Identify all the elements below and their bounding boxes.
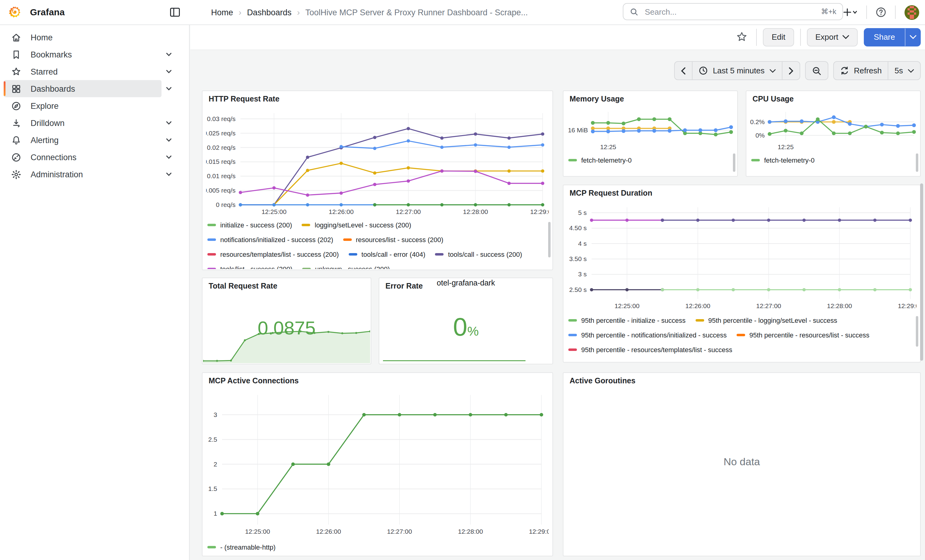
chart-legend: initialize - success (200)logging/setLev… — [207, 221, 546, 269]
svg-text:1: 1 — [214, 510, 217, 517]
stat-value: 0% — [379, 312, 553, 342]
panel-title[interactable]: Total Request Rate — [209, 282, 277, 290]
legend-item[interactable]: 95th percentile - logging/setLevel - suc… — [695, 316, 837, 324]
svg-text:12:25: 12:25 — [777, 143, 794, 150]
help-button[interactable] — [873, 4, 889, 21]
chevron-down-icon[interactable] — [165, 119, 173, 126]
legend-item[interactable]: 95th percentile - initialize - success — [568, 316, 685, 324]
sidebar-item-explore[interactable]: Explore — [4, 97, 161, 114]
chevron-down-icon — [909, 35, 916, 39]
breadcrumb-dashboards[interactable]: Dashboards — [247, 8, 292, 17]
legend-item[interactable]: notifications/initialized - success (202… — [207, 236, 333, 244]
svg-text:0%: 0% — [756, 132, 765, 139]
chevron-down-icon[interactable] — [165, 85, 173, 92]
panel-active-goroutines: Active Goroutines No data — [563, 372, 921, 556]
panel-http-request-rate: HTTP Request Rate 12:25:0012:26:0012:27:… — [202, 90, 553, 270]
legend-item[interactable]: 95th percentile - resources/list - succe… — [737, 331, 870, 339]
svg-text:12:28:00: 12:28:00 — [458, 528, 483, 535]
legend-scrollbar[interactable] — [916, 316, 918, 347]
sidebar-collapse-icon[interactable] — [169, 6, 181, 18]
brand-name: Grafana — [30, 7, 65, 17]
share-menu-button[interactable] — [905, 28, 921, 46]
compass-icon — [11, 101, 21, 111]
chevron-down-icon[interactable] — [165, 136, 173, 144]
legend-label: 95th percentile - logging/setLevel - suc… — [708, 317, 837, 324]
sidebar-item-administration[interactable]: Administration — [4, 166, 161, 183]
legend-item[interactable]: fetch-telemetry-0 — [568, 156, 632, 164]
time-back-button[interactable] — [674, 61, 693, 80]
search-field[interactable] — [643, 6, 816, 17]
legend-item[interactable]: tools/call - error (404) — [349, 250, 425, 258]
chevron-down-icon[interactable] — [165, 171, 173, 178]
legend-item[interactable]: resources/templates/list - success (200) — [207, 250, 339, 258]
panel-title[interactable]: CPU Usage — [752, 95, 794, 103]
legend-scrollbar[interactable] — [916, 153, 918, 172]
svg-text:16 MiB: 16 MiB — [568, 126, 588, 134]
panel-title[interactable]: HTTP Request Rate — [209, 95, 280, 103]
error-rate-sparkline — [383, 356, 526, 362]
avatar[interactable] — [902, 4, 922, 21]
chevron-down-icon[interactable] — [165, 51, 173, 58]
svg-text:0.005 req/s: 0.005 req/s — [206, 187, 235, 194]
refresh-button[interactable]: Refresh — [833, 61, 888, 80]
legend-scrollbar[interactable] — [548, 222, 551, 257]
panel-title[interactable]: MCP Active Connections — [209, 377, 299, 385]
search-input[interactable]: ⌘+k — [623, 3, 843, 20]
legend-label: 95th percentile - resources/list - succe… — [749, 331, 870, 339]
time-forward-button[interactable] — [782, 61, 800, 80]
legend-label: fetch-telemetry-0 — [764, 156, 815, 164]
share-button[interactable]: Share — [864, 28, 905, 46]
brand[interactable]: Grafana — [9, 6, 65, 18]
sidebar-item-bookmarks[interactable]: Bookmarks — [4, 46, 161, 63]
chart-legend: - (streamable-http) — [207, 543, 546, 555]
breadcrumb-home[interactable]: Home — [211, 8, 233, 17]
sidebar-item-alerting[interactable]: Alerting — [4, 131, 161, 149]
legend-item[interactable]: tools/list - success (200) — [207, 265, 292, 269]
zoom-out-icon — [812, 66, 821, 75]
sidebar-item-dashboards[interactable]: Dashboards — [4, 80, 161, 97]
legend-label: - (streamable-http) — [220, 543, 276, 551]
legend-item[interactable]: 95th percentile - notifications/initiali… — [568, 331, 727, 339]
panel-title[interactable]: MCP Request Duration — [569, 189, 652, 197]
panel-title[interactable]: Error Rate — [386, 282, 423, 290]
legend-scrollbar[interactable] — [733, 153, 735, 172]
legend-swatch — [349, 253, 357, 255]
chevron-down-icon — [769, 69, 776, 72]
add-button[interactable] — [841, 4, 860, 21]
sidebar-item-drilldown[interactable]: Drilldown — [4, 114, 161, 131]
panel-error-rate: otel-grafana-dark Error Rate 0% — [379, 278, 553, 364]
legend-item[interactable]: - (streamable-http) — [207, 543, 276, 551]
chevron-down-icon[interactable] — [165, 68, 173, 75]
legend-item[interactable]: unknown - success (200) — [302, 265, 390, 269]
time-controls: Last 5 minutes — [674, 61, 921, 80]
svg-text:0.015 req/s: 0.015 req/s — [206, 158, 235, 165]
favorite-star-icon[interactable] — [734, 29, 750, 45]
sidebar-item-connections[interactable]: Connections — [4, 149, 161, 166]
page-scrollbar-thumb[interactable] — [920, 183, 923, 361]
breadcrumb-current: ToolHive MCP Server & Proxy Runner Dashb… — [305, 8, 528, 17]
panel-title[interactable]: Active Goroutines — [569, 377, 635, 385]
legend-item[interactable]: initialize - success (200) — [207, 221, 292, 229]
svg-text:12:27:00: 12:27:00 — [387, 528, 412, 535]
chevron-down-icon[interactable] — [165, 153, 173, 161]
refresh-interval-picker[interactable]: 5s — [888, 61, 921, 80]
edit-button[interactable]: Edit — [763, 28, 794, 46]
time-range-label: Last 5 minutes — [713, 66, 764, 75]
divider — [756, 29, 757, 45]
legend-swatch — [568, 319, 577, 321]
sidebar-nav: HomeBookmarksStarredDashboardsExploreDri… — [0, 24, 189, 183]
chart-legend: fetch-telemetry-0 — [568, 156, 731, 174]
legend-item[interactable]: tools/call - success (200) — [435, 250, 522, 258]
legend-item[interactable]: resources/list - success (200) — [343, 236, 443, 244]
sidebar-item-home[interactable]: Home — [4, 29, 161, 46]
panel-title[interactable]: Memory Usage — [569, 95, 624, 103]
export-button[interactable]: Export — [807, 28, 858, 46]
legend-label: 95th percentile - initialize - success — [581, 317, 685, 324]
legend-item[interactable]: logging/setLevel - success (200) — [302, 221, 411, 229]
sidebar-item-starred[interactable]: Starred — [4, 63, 161, 80]
legend-item[interactable]: 95th percentile - resources/templates/li… — [568, 345, 732, 354]
svg-text:12:29:00: 12:29:00 — [530, 208, 549, 215]
zoom-out-button[interactable] — [805, 61, 828, 80]
time-range-picker[interactable]: Last 5 minutes — [692, 61, 782, 80]
legend-item[interactable]: fetch-telemetry-0 — [751, 156, 815, 164]
